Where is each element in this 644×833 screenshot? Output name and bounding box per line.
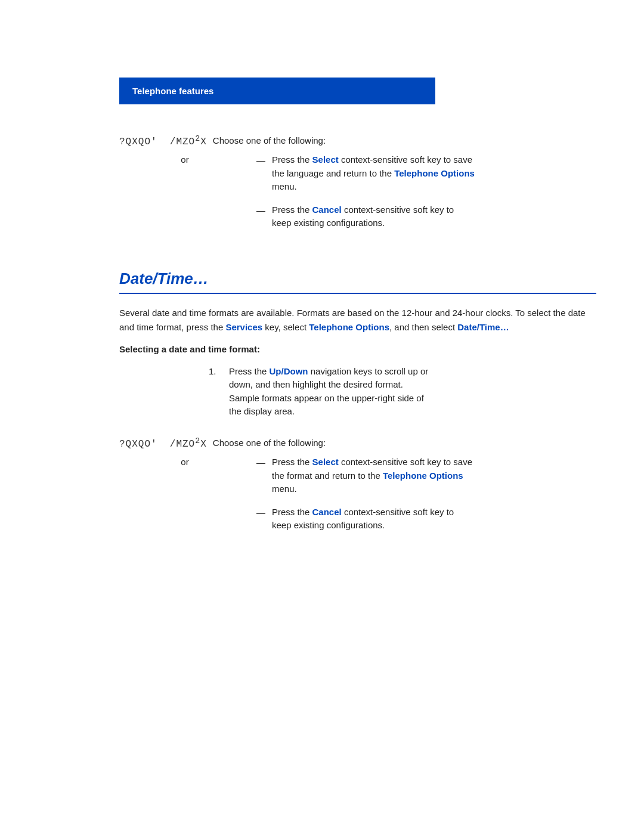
step-block-1: ?QXQO' /MZO2X Choose one of the followin… <box>119 134 596 147</box>
section-divider <box>119 293 596 294</box>
content-area: ?QXQO' /MZO2X Choose one of the followin… <box>119 104 596 542</box>
or-row-1: or — Press the Select context-sensitive … <box>119 153 596 240</box>
step-choose-1: Choose one of the following: <box>213 134 326 145</box>
header-banner: Telephone features <box>119 78 435 104</box>
bullet-item-2-2: — Press the Cancel context-sensitive sof… <box>256 506 475 532</box>
num-label-1: 1. <box>209 365 225 379</box>
bullet-list-2: — Press the Select context-sensitive sof… <box>256 456 475 542</box>
bullet-text-2-1: Press the Select context-sensitive soft … <box>272 456 475 496</box>
or-row-2: or — Press the Select context-sensitive … <box>119 456 596 542</box>
bullet-dash-4: — <box>256 506 270 520</box>
bullet-text-1-1: Press the Select context-sensitive soft … <box>272 153 475 194</box>
bullet-item-2-1: — Press the Select context-sensitive sof… <box>256 456 475 496</box>
bullet-list-1: — Press the Select context-sensitive sof… <box>256 153 475 240</box>
section-title: Date/Time… <box>119 270 596 288</box>
header-banner-title: Telephone features <box>132 86 213 96</box>
cancel-label-2: Cancel <box>312 507 342 517</box>
bullet-dash-3: — <box>256 456 270 470</box>
bullet-dash: — <box>256 153 270 168</box>
cancel-label-1: Cancel <box>312 205 342 215</box>
telephone-options-label-3: Telephone Options <box>383 470 463 481</box>
date-time-label: Date/Time… <box>457 322 509 332</box>
or-label-2: or <box>119 456 250 467</box>
bullet-item-1-1: — Press the Select context-sensitive sof… <box>256 153 475 194</box>
section-description: Several date and time formats are availa… <box>119 306 596 335</box>
services-label: Services <box>225 322 262 332</box>
step-symbol-1: ?QXQO' /MZO2X <box>119 134 207 147</box>
updown-label: Up/Down <box>270 366 308 376</box>
bullet-text-2-2: Press the Cancel context-sensitive soft … <box>272 506 475 532</box>
bullet-dash-2: — <box>256 203 270 218</box>
select-label-1: Select <box>312 154 339 165</box>
bullet-text-1-2: Press the Cancel context-sensitive soft … <box>272 203 475 230</box>
select-label-2: Select <box>312 457 339 467</box>
telephone-options-label-2: Telephone Options <box>309 322 389 332</box>
telephone-options-label-1: Telephone Options <box>394 168 475 178</box>
page-container: Telephone features ?QXQO' /MZO2X Choose … <box>0 78 644 833</box>
num-text-1: Press the Up/Down navigation keys to scr… <box>229 365 432 419</box>
bullet-item-1-2: — Press the Cancel context-sensitive sof… <box>256 203 475 230</box>
numbered-list: 1. Press the Up/Down navigation keys to … <box>209 365 596 419</box>
step-symbol-2: ?QXQO' /MZO2X <box>119 436 207 450</box>
numbered-item-1: 1. Press the Up/Down navigation keys to … <box>209 365 596 419</box>
step-block-2: ?QXQO' /MZO2X Choose one of the followin… <box>119 436 596 450</box>
subsection-title: Selecting a date and time format: <box>119 344 596 354</box>
step-choose-2: Choose one of the following: <box>213 436 326 448</box>
or-label-1: or <box>119 153 250 165</box>
